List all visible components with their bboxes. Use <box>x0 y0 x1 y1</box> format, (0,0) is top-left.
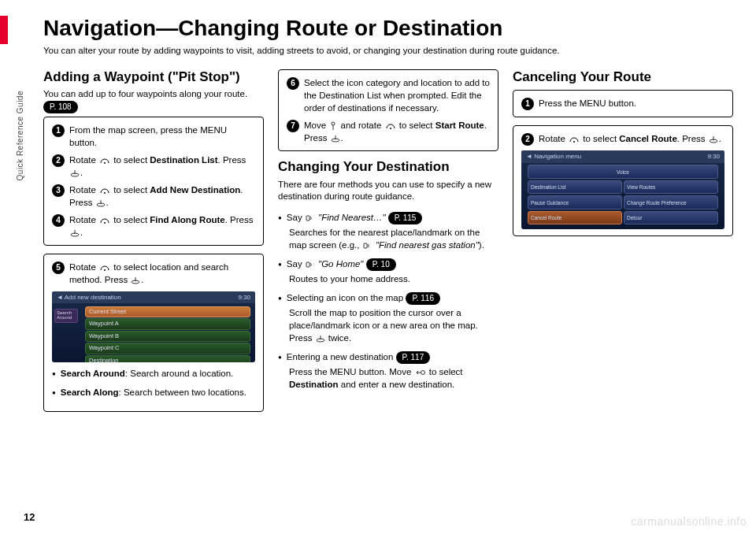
bullet-sub: Press the MENU button. Move to select De… <box>289 365 498 391</box>
step-2: 2 Rotate to select Cancel Route. Press . <box>521 132 724 146</box>
step-number-icon: 1 <box>52 124 65 137</box>
red-side-tab <box>0 16 8 44</box>
bullet-enter-new: Entering a new destination P. 117 <box>278 350 498 364</box>
screenshot-left-tab: Search Around <box>54 309 78 323</box>
text: Say <box>287 259 305 269</box>
column-middle: 6 Select the icon category and location … <box>278 69 498 420</box>
svg-point-23 <box>573 141 575 143</box>
step-4: 4 Rotate to select Find Along Route. Pre… <box>52 213 255 239</box>
step-6: 6 Select the icon category and location … <box>287 76 490 114</box>
screenshot-rows: Current Street Waypoint A Waypoint B Way… <box>80 303 255 362</box>
text: You can add up to four waypoints along y… <box>43 89 247 98</box>
page-ref-pill: P. 108 <box>43 101 78 113</box>
bullet-go-home: Say "Go Home" P. 10 <box>278 258 498 271</box>
press-icon <box>70 169 80 177</box>
column-left: Adding a Waypoint ("Pit Stop") You can a… <box>43 69 264 420</box>
press-icon <box>331 135 340 143</box>
svg-rect-19 <box>306 262 309 267</box>
text-bold: Find Along Route <box>150 215 224 224</box>
step-number-icon: 6 <box>287 77 299 90</box>
rotate-dial-icon <box>99 187 110 195</box>
text: to select <box>580 134 619 143</box>
text-bold: Search Along <box>61 388 119 397</box>
bullet-body: Say "Go Home" P. 10 <box>287 258 498 271</box>
text: twice. <box>326 333 352 343</box>
bullet-body: Search Along: Search between two locatio… <box>61 386 255 399</box>
svg-rect-18 <box>364 243 367 248</box>
cancel-step2-box: 2 Rotate to select Cancel Route. Press .… <box>513 125 733 236</box>
cancel-step1-box: 1 Press the MENU button. <box>513 90 733 117</box>
screenshot-row: Current Street <box>85 306 250 318</box>
waypoint-heading: Adding a Waypoint ("Pit Stop") <box>43 69 264 85</box>
rotate-dial-icon <box>99 157 110 165</box>
press-icon <box>709 135 718 143</box>
middle-steps-box: 6 Select the icon category and location … <box>278 69 498 151</box>
step-body: Rotate to select Cancel Route. Press . <box>539 132 724 145</box>
text: . Press <box>677 134 708 143</box>
step-body: Rotate to select Find Along Route. Press… <box>69 213 255 239</box>
screenshot-row: Waypoint B <box>85 331 250 343</box>
step-body: Select the icon category and location to… <box>304 76 490 114</box>
step-body: Move and rotate to select Start Route. P… <box>304 119 490 144</box>
rotate-dial-icon <box>385 122 396 130</box>
screenshot-button: Pause Guidance <box>528 195 622 210</box>
text-bold: Destination List <box>150 155 217 165</box>
svg-point-14 <box>390 128 391 129</box>
screenshot-header: ◄ Navigation menu 9:30 <box>521 150 724 162</box>
bullet-body: Entering a new destination P. 117 <box>287 350 498 364</box>
screenshot-clock: 9:30 <box>238 293 250 302</box>
waypoint-steps-box-2: 5 Rotate to select location and search m… <box>43 254 264 411</box>
screenshot-clock: 9:30 <box>707 152 720 161</box>
text: Entering a new destination <box>287 352 396 362</box>
press-icon <box>316 335 325 343</box>
bullet-body: Selecting an icon on the map P. 116 <box>287 291 498 305</box>
svg-point-12 <box>332 122 335 125</box>
rotate-dial-icon <box>99 264 110 272</box>
move-stick-icon <box>329 121 337 131</box>
waypoint-sub: You can add up to four waypoints along y… <box>43 88 264 113</box>
rotate-dial-icon <box>99 217 110 224</box>
press-icon <box>96 199 106 207</box>
columns: Adding a Waypoint ("Pit Stop") You can a… <box>43 69 736 420</box>
page-title: Navigation—Changing Route or Destination <box>43 16 736 41</box>
step-body: Press the MENU button. <box>539 97 724 109</box>
text: to select <box>397 121 435 130</box>
intro-text: You can alter your route by adding waypo… <box>43 46 736 55</box>
svg-point-9 <box>104 269 106 271</box>
bullet-sub: Searches for the nearest place/landmark … <box>289 226 498 251</box>
changing-sub: There are four methods you can use to sp… <box>278 179 498 203</box>
svg-point-22 <box>421 371 424 375</box>
text: and enter a new destination. <box>339 380 455 389</box>
step-1: 1 From the map screen, press the MENU bu… <box>52 124 255 149</box>
waypoint-steps-box-1: 1 From the map screen, press the MENU bu… <box>43 117 264 247</box>
text-bold: Cancel Route <box>619 134 677 143</box>
bullet-select-icon: Selecting an icon on the map P. 116 <box>278 291 498 305</box>
screenshot-button-highlighted: Cancel Route <box>528 211 622 225</box>
text: to select <box>111 185 150 195</box>
text: : Search around a location. <box>125 369 233 378</box>
step-1: 1 Press the MENU button. <box>521 97 724 110</box>
screenshot-row: Waypoint C <box>85 343 250 354</box>
page-number: 12 <box>24 511 35 523</box>
text-italic: "Find Nearest…" <box>318 213 388 222</box>
svg-rect-17 <box>306 216 309 221</box>
text: Rotate <box>69 155 98 165</box>
text-italic: "Find nearest gas station" <box>376 240 479 250</box>
page-content: Navigation—Changing Route or Destination… <box>43 16 736 420</box>
text: Navigation menu <box>534 153 581 160</box>
watermark: carmanualsonline.info <box>631 515 747 528</box>
screenshot-row: Waypoint A <box>85 318 250 330</box>
step-body: Rotate to select Destination List. Press… <box>69 154 255 179</box>
text: to select <box>427 367 463 376</box>
step-body: Rotate to select Add New Destination. Pr… <box>69 184 255 209</box>
text: to select <box>111 215 150 224</box>
step-number-icon: 1 <box>521 98 534 110</box>
text: Rotate <box>69 262 98 272</box>
bullet-search-around: Search Around: Search around a location. <box>52 367 255 380</box>
step-number-icon: 3 <box>52 184 65 197</box>
step-body: From the map screen, press the MENU butt… <box>69 124 255 149</box>
rotate-dial-icon <box>569 135 580 143</box>
text-bold: Destination <box>289 380 339 389</box>
step-body: Rotate to select location and search met… <box>69 261 255 286</box>
nav-screenshot-menu: ◄ Navigation menu 9:30 Voice Destination… <box>521 150 724 229</box>
